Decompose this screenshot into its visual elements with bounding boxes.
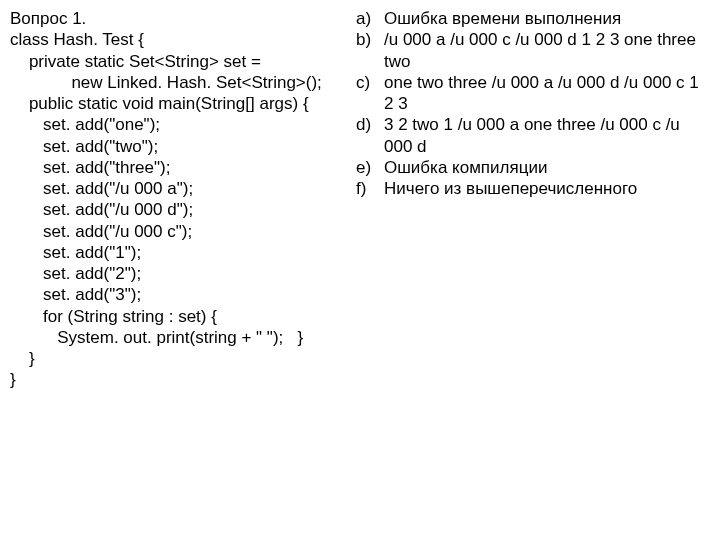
code-line: new Linked. Hash. Set<String>(); (10, 73, 322, 92)
code-line: set. add("one"); (10, 115, 160, 134)
code-line: } (10, 349, 35, 368)
question-block: Вопрос 1. class Hash. Test { private sta… (10, 8, 356, 391)
option-f[interactable]: f) Ничего из вышеперечисленного (356, 178, 710, 199)
option-d[interactable]: d) 3 2 two 1 /u 000 a one three /u 000 c… (356, 114, 710, 157)
option-e[interactable]: e) Ошибка компиляции (356, 157, 710, 178)
option-text: Ничего из вышеперечисленного (384, 178, 710, 199)
code-line: set. add("two"); (10, 137, 158, 156)
option-letter: d) (356, 114, 384, 135)
code-line: set. add("three"); (10, 158, 170, 177)
option-c[interactable]: c) one two three /u 000 a /u 000 d /u 00… (356, 72, 710, 115)
option-a[interactable]: a) Ошибка времени выполнения (356, 8, 710, 29)
code-line: for (String string : set) { (10, 307, 217, 326)
option-text: one two three /u 000 a /u 000 d /u 000 c… (384, 72, 710, 115)
option-text: Ошибка компиляции (384, 157, 710, 178)
option-letter: f) (356, 178, 384, 199)
code-line: set. add("/u 000 c"); (10, 222, 192, 241)
code-line: set. add("/u 000 a"); (10, 179, 193, 198)
code-line: set. add("3"); (10, 285, 141, 304)
code-line: } (10, 370, 16, 389)
option-letter: b) (356, 29, 384, 50)
options-block: a) Ошибка времени выполнения b) /u 000 a… (356, 8, 710, 199)
question-title: Вопрос 1. (10, 9, 86, 28)
code-line: set. add("2"); (10, 264, 141, 283)
code-line: set. add("1"); (10, 243, 141, 262)
content-wrap: Вопрос 1. class Hash. Test { private sta… (10, 8, 710, 391)
code-line: System. out. print(string + " "); } (10, 328, 303, 347)
code-line: set. add("/u 000 d"); (10, 200, 193, 219)
option-letter: a) (356, 8, 384, 29)
option-text: 3 2 two 1 /u 000 a one three /u 000 c /u… (384, 114, 710, 157)
option-letter: e) (356, 157, 384, 178)
code-line: private static Set<String> set = (10, 52, 261, 71)
code-line: class Hash. Test { (10, 30, 144, 49)
code-line: public static void main(String[] args) { (10, 94, 309, 113)
option-text: Ошибка времени выполнения (384, 8, 710, 29)
option-b[interactable]: b) /u 000 a /u 000 c /u 000 d 1 2 3 one … (356, 29, 710, 72)
option-text: /u 000 a /u 000 c /u 000 d 1 2 3 one thr… (384, 29, 710, 72)
option-letter: c) (356, 72, 384, 93)
